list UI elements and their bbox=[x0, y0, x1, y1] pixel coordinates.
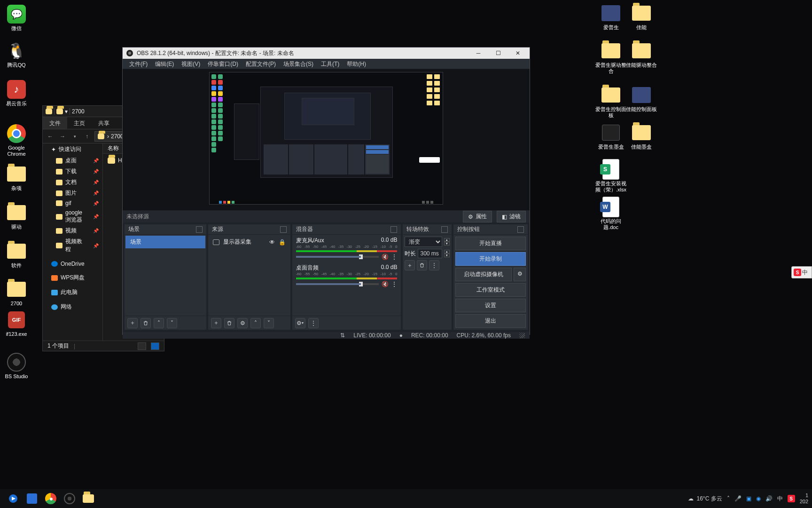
desktop-icon[interactable]: 爱普生安装视频（荣）.xlsx bbox=[594, 160, 627, 193]
spin-up[interactable]: ▴ bbox=[444, 238, 450, 242]
popout-icon[interactable] bbox=[517, 226, 524, 233]
move-up-button[interactable]: ˄ bbox=[250, 318, 261, 328]
desktop-icon[interactable]: GIFif123.exe bbox=[0, 310, 33, 337]
sidebar-item[interactable]: 图片📌 bbox=[43, 188, 102, 198]
desktop-icon[interactable]: 杂项 bbox=[0, 165, 33, 191]
desktop-icon[interactable]: 爱普生墨盒 bbox=[594, 123, 627, 150]
source-item[interactable]: 显示器采集 👁 🔒 bbox=[209, 236, 289, 248]
taskbar-app[interactable] bbox=[23, 489, 41, 508]
back-button[interactable]: ← bbox=[46, 132, 55, 141]
studio-mode-button[interactable]: 工作室模式 bbox=[455, 283, 526, 297]
obs-window[interactable]: OBS 28.1.2 (64-bit, windows) - 配置文件: 未命名… bbox=[122, 47, 530, 335]
popout-icon[interactable] bbox=[196, 226, 203, 233]
channel-menu-button[interactable]: ⋮ bbox=[391, 281, 397, 287]
exit-button[interactable]: 退出 bbox=[455, 314, 526, 328]
tab-share[interactable]: 共享 bbox=[92, 117, 116, 129]
weather-widget[interactable]: ☁ 16°C 多云 bbox=[688, 495, 722, 503]
up-button[interactable]: ↑ bbox=[82, 132, 92, 141]
menu-item[interactable]: 帮助(H) bbox=[343, 59, 370, 69]
forward-button[interactable]: → bbox=[58, 132, 67, 141]
taskbar-chrome[interactable] bbox=[41, 489, 60, 508]
desktop-icon[interactable]: 驱动 bbox=[0, 203, 33, 230]
tab-file[interactable]: 文件 bbox=[43, 117, 67, 129]
channel-menu-button[interactable]: ⋮ bbox=[391, 254, 397, 260]
resize-grip[interactable] bbox=[519, 333, 525, 338]
view-details-button[interactable] bbox=[138, 342, 146, 350]
sidebar-item[interactable]: 视频📌 bbox=[43, 225, 102, 236]
remove-source-button[interactable] bbox=[224, 318, 234, 328]
scene-item[interactable]: 场景 bbox=[125, 236, 205, 248]
mixer-menu-button[interactable]: ⋮ bbox=[308, 318, 319, 328]
menu-item[interactable]: 视图(V) bbox=[178, 59, 204, 69]
settings-button[interactable]: 设置 bbox=[455, 299, 526, 312]
move-down-button[interactable]: ˅ bbox=[167, 318, 177, 328]
add-scene-button[interactable]: ＋ bbox=[127, 318, 138, 328]
mixer-settings-button[interactable]: ⚙▾ bbox=[295, 318, 305, 328]
sidebar-item[interactable]: google浏览器📌 bbox=[43, 208, 102, 225]
tray-icon[interactable]: ▣ bbox=[746, 495, 751, 502]
add-source-button[interactable]: ＋ bbox=[211, 318, 221, 328]
start-record-button[interactable]: 开始录制 bbox=[455, 252, 526, 266]
lock-icon[interactable]: 🔒 bbox=[279, 239, 286, 246]
desktop-icon[interactable]: 爱普生 bbox=[594, 4, 627, 31]
duration-input[interactable] bbox=[418, 249, 442, 258]
obs-preview[interactable] bbox=[123, 69, 530, 210]
volume-icon[interactable]: 🔊 bbox=[765, 495, 773, 502]
tray-chevron-icon[interactable]: ˄ bbox=[727, 495, 730, 502]
clock[interactable]: 1 202 bbox=[800, 492, 808, 505]
maximize-button[interactable]: ☐ bbox=[490, 48, 506, 59]
desktop-icon[interactable]: 2700 bbox=[0, 280, 33, 307]
view-icons-button[interactable] bbox=[151, 342, 159, 350]
properties-button[interactable]: ⚙属性 bbox=[463, 211, 492, 222]
this-pc[interactable]: 此电脑 bbox=[43, 286, 102, 298]
filters-button[interactable]: ◧滤镜 bbox=[497, 211, 526, 222]
ime-indicator[interactable]: 中 bbox=[777, 495, 783, 503]
ime-bar[interactable]: S 中 bbox=[791, 266, 812, 278]
desktop-icon[interactable]: Google Chrome bbox=[0, 124, 33, 157]
popout-icon[interactable] bbox=[280, 226, 287, 233]
sogou-tray-icon[interactable]: S bbox=[788, 495, 795, 502]
sidebar-item[interactable]: gif📌 bbox=[43, 198, 102, 208]
onedrive[interactable]: OneDrive bbox=[43, 259, 102, 269]
popout-icon[interactable] bbox=[390, 226, 397, 233]
start-stream-button[interactable]: 开始直播 bbox=[455, 237, 526, 250]
remove-transition-button[interactable] bbox=[417, 260, 427, 270]
desktop-icon[interactable]: 软件 bbox=[0, 242, 33, 269]
menu-item[interactable]: 配置文件(P) bbox=[242, 59, 280, 69]
move-up-button[interactable]: ˄ bbox=[154, 318, 164, 328]
start-vcam-button[interactable]: 启动虚拟摄像机 bbox=[455, 268, 512, 281]
taskbar-explorer[interactable] bbox=[79, 489, 98, 508]
move-down-button[interactable]: ˅ bbox=[264, 318, 274, 328]
visibility-icon[interactable]: 👁 bbox=[269, 239, 275, 246]
wps-drive[interactable]: WPS网盘 bbox=[43, 272, 102, 284]
desktop-icon[interactable]: 微信 bbox=[0, 5, 33, 32]
desktop-icon[interactable]: 爱普生驱动整合 bbox=[594, 41, 627, 74]
sidebar-item[interactable]: 桌面📌 bbox=[43, 155, 102, 166]
mute-button[interactable]: 🔇 bbox=[382, 254, 389, 260]
desktop-icon[interactable]: 佳能墨盒 bbox=[625, 123, 658, 150]
tab-home[interactable]: 主页 bbox=[67, 117, 92, 129]
close-button[interactable]: ✕ bbox=[510, 48, 526, 59]
recent-button[interactable]: ▾ bbox=[70, 132, 79, 141]
quick-access[interactable]: ✦ 快速访问 bbox=[43, 143, 102, 155]
add-transition-button[interactable]: ＋ bbox=[405, 260, 415, 270]
tray-icon[interactable]: ◉ bbox=[756, 495, 761, 502]
desktop-icon[interactable]: 佳能控制面板 bbox=[625, 86, 658, 112]
network[interactable]: 网络 bbox=[43, 301, 102, 313]
transition-select[interactable]: 渐变 bbox=[405, 237, 442, 247]
desktop-icon[interactable]: 佳能 bbox=[625, 4, 658, 31]
menu-item[interactable]: 停靠窗口(D) bbox=[204, 59, 242, 69]
sidebar-item[interactable]: 文档📌 bbox=[43, 177, 102, 188]
desktop-icon[interactable]: ♪易云音乐 bbox=[0, 80, 33, 107]
mute-button[interactable]: 🔇 bbox=[382, 281, 389, 287]
obs-titlebar[interactable]: OBS 28.1.2 (64-bit, windows) - 配置文件: 未命名… bbox=[123, 48, 530, 59]
desktop-icon[interactable]: 佳能驱动整合 bbox=[625, 41, 658, 68]
spin-down[interactable]: ▾ bbox=[444, 242, 450, 246]
volume-slider[interactable] bbox=[296, 283, 379, 285]
spin-down[interactable]: ▾ bbox=[444, 254, 450, 257]
menu-item[interactable]: 工具(T) bbox=[317, 59, 343, 69]
transition-menu-button[interactable]: ⋮ bbox=[429, 260, 439, 270]
sidebar-item[interactable]: 视频教程📌 bbox=[43, 236, 102, 255]
source-settings-button[interactable]: ⚙ bbox=[237, 318, 248, 328]
desktop-icon[interactable]: 爱普生控制面板 bbox=[594, 86, 627, 119]
